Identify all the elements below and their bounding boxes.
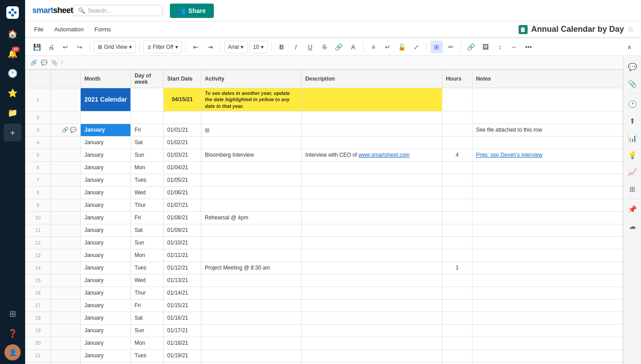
sidebar-item-notifications[interactable]: 🔔 27 [4, 45, 22, 63]
table-row: 19 January Sun 01/17/21 [26, 324, 623, 337]
right-panel-grid-icon[interactable]: ⊞ [625, 182, 640, 196]
grid-view-dropdown[interactable]: ⊞ Grid View ▾ [94, 41, 136, 53]
col-header-description[interactable]: Description [302, 70, 442, 88]
dropdown-chevron-icon: ▾ [129, 44, 132, 50]
wrap-button[interactable]: ↵ [381, 41, 394, 53]
sheet-title-icon: 📋 [519, 25, 528, 34]
col-header-notes[interactable]: Notes [472, 70, 623, 88]
insert-link-button[interactable]: 🔗 [465, 41, 477, 53]
right-panel-lightbulb-icon[interactable]: 💡 [625, 148, 640, 162]
align-button[interactable]: ≡ [367, 41, 380, 53]
description-link[interactable]: www.smartsheet.com [359, 152, 410, 158]
font-dropdown[interactable]: Arial ▾ [224, 41, 247, 53]
favorite-star-icon[interactable]: ☆ [628, 25, 634, 34]
right-panel-comment-icon[interactable]: 💬 [625, 60, 640, 74]
sheet-title: Annual Calendar by Day [531, 25, 624, 34]
menu-automation[interactable]: Automation [52, 24, 86, 34]
save-button[interactable]: 💾 [30, 41, 43, 53]
col-header-hours[interactable]: Hours [442, 70, 472, 88]
insert-image-button[interactable]: 🖼 [479, 41, 492, 53]
right-panel: 💬 📎 🕐 ⬆ 📊 💡 📈 ⊞ 📌 ☁ [623, 56, 641, 364]
table-row: 1 2021 Calendar 04/15/21 To see dates in… [26, 88, 623, 111]
grid-view-active-button[interactable]: ⊞ [430, 41, 443, 53]
collapse-button[interactable]: ∧ [623, 41, 636, 53]
row-height-button[interactable]: ↕ [494, 41, 506, 53]
table-row: 17 January Fri 01/15/21 [26, 299, 623, 312]
search-placeholder: Search... [88, 7, 111, 14]
right-panel-cloud-icon[interactable]: ☁ [625, 219, 640, 233]
col-header-month[interactable]: Month [81, 70, 131, 88]
col-header-day: Day of week [131, 70, 164, 88]
month-header-cell: January [81, 124, 131, 136]
more-button[interactable]: ••• [522, 41, 535, 53]
yellow-date-cell[interactable]: 04/15/21 [164, 88, 201, 111]
text-color-button[interactable]: A [347, 41, 359, 53]
table-row: 10 January Fri 01/08/21 Rehearsal @ 4pm [26, 211, 623, 224]
table-row: 21 January Tues 01/19/21 [26, 349, 623, 362]
table-row: 8 January Wed 01/06/21 [26, 186, 623, 199]
title-bar: 📋 Annual Calendar by Day ☆ [519, 20, 634, 39]
right-panel-upload-icon[interactable]: ⬆ [625, 114, 640, 128]
row-icons-cell: 🔗 💬 [51, 124, 81, 136]
link-button[interactable]: 🔗 [333, 41, 345, 53]
sidebar-item-favorites[interactable]: ⭐ [4, 84, 22, 102]
info-icon-small: i [61, 60, 63, 66]
table-row: 22 January Wed 01/20/21 [26, 362, 623, 364]
right-panel-attachment-icon[interactable]: 📎 [625, 77, 640, 91]
toolbar-separator-4 [220, 43, 221, 51]
table-row: 11 January Sat 01/09/21 [26, 224, 623, 236]
main-content: smartsheet 🔍 Search... 👥 Share File Auto… [25, 0, 641, 364]
redo-button[interactable]: ↪ [74, 41, 86, 53]
sidebar-item-help[interactable]: ❓ [4, 325, 22, 343]
notification-badge: 27 [12, 47, 20, 52]
logo-icon[interactable] [4, 4, 22, 21]
indent-left-button[interactable]: ⇤ [190, 41, 202, 53]
search-box[interactable]: 🔍 Search... [73, 5, 163, 16]
unlink-button[interactable]: 🔓 [396, 41, 408, 53]
filter-dropdown[interactable]: ⧖ Filter Off ▾ [143, 41, 182, 53]
toolbar-separator-5 [271, 43, 272, 51]
user-avatar[interactable]: 👤 [4, 344, 21, 360]
indent-right-button[interactable]: ⇥ [204, 41, 217, 53]
underline-button[interactable]: U [304, 41, 316, 53]
sidebar-item-browse[interactable]: 📁 [4, 104, 22, 122]
table-row: 2 [26, 111, 623, 124]
toolbar-separator-7 [426, 43, 427, 51]
right-panel-history-icon[interactable]: 🕐 [625, 97, 640, 111]
table-row: 7 January Tues 01/05/21 [26, 174, 623, 186]
row-number: 2 [26, 111, 51, 124]
menu-file[interactable]: File [32, 24, 45, 34]
font-size-dropdown[interactable]: 10 ▾ [249, 41, 268, 53]
table-row: 6 January Mon 01/04/21 [26, 161, 623, 174]
share-button[interactable]: 👥 Share [170, 4, 214, 18]
notes-link[interactable]: Prep: see Deven's interview [476, 152, 542, 158]
link-icon-small: 🔗 [30, 60, 37, 66]
undo-button[interactable]: ↩ [59, 41, 72, 53]
menu-forms[interactable]: Forms [93, 24, 113, 34]
table-row: 15 January Wed 01/13/21 [26, 274, 623, 287]
highlight-button[interactable]: ✏ [445, 41, 457, 53]
strikethrough-button[interactable]: S [318, 41, 331, 53]
column-width-button[interactable]: ↔ [508, 41, 520, 53]
sidebar-item-recent[interactable]: 🕐 [4, 64, 22, 82]
sidebar-item-grid-apps[interactable]: ⊞ [4, 305, 22, 323]
sidebar-item-add[interactable]: ＋ [4, 124, 22, 141]
svg-point-1 [9, 11, 11, 14]
right-panel-analytics-icon[interactable]: 📊 [625, 131, 640, 145]
move-button[interactable]: ⤢ [410, 41, 423, 53]
row-number: 3 [26, 124, 51, 136]
bold-button[interactable]: B [275, 41, 288, 53]
col-header-start-date[interactable]: Start Date [164, 70, 201, 88]
right-panel-pin-icon[interactable]: 📌 [625, 202, 640, 216]
row-link-icon[interactable]: 🔗 [62, 127, 69, 133]
italic-button[interactable]: I [290, 41, 302, 53]
print-button[interactable]: 🖨 [45, 41, 57, 53]
svg-point-4 [11, 14, 14, 17]
toolbar-separator-8 [461, 43, 461, 51]
spreadsheet[interactable]: 🔗 💬 📎 i [25, 56, 623, 364]
col-header-activity[interactable]: Activity [201, 70, 302, 88]
row-comment-icon[interactable]: 💬 [70, 127, 77, 133]
top-header: smartsheet 🔍 Search... 👥 Share [25, 0, 641, 21]
sidebar-item-home[interactable]: 🏠 [4, 25, 22, 43]
right-panel-chart-icon[interactable]: 📈 [625, 165, 640, 179]
